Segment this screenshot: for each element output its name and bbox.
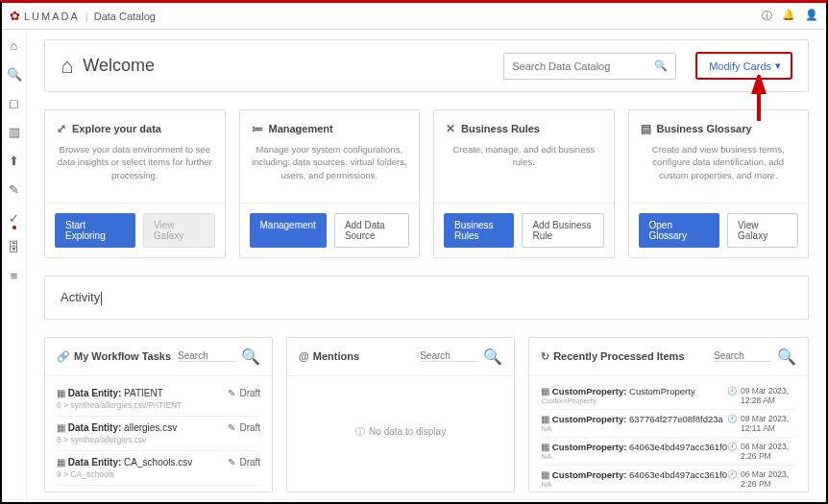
add-data-source-button[interactable]: Add Data Source xyxy=(334,213,409,248)
nav-search-icon[interactable]: 🔍 xyxy=(7,66,22,82)
view-galaxy-button-2[interactable]: View Galaxy xyxy=(727,213,798,248)
card-title: Management xyxy=(269,123,333,134)
card-title: Business Rules xyxy=(461,123,540,134)
modify-cards-button[interactable]: Modify Cards ▾ xyxy=(695,52,792,80)
glossary-icon: ▤ xyxy=(641,122,651,135)
product-name: Data Catalog xyxy=(94,11,156,22)
nav-tasks-icon[interactable]: ✓ xyxy=(7,210,22,226)
nav-bookmark-icon[interactable]: ◻ xyxy=(7,95,22,110)
nav-catalog-icon[interactable]: ▥ xyxy=(7,124,22,139)
start-exploring-button[interactable]: Start Exploring xyxy=(55,213,135,248)
panel-title: Mentions xyxy=(313,350,359,362)
edit-icon[interactable]: ✎ xyxy=(228,457,235,468)
recent-icon: ↻ xyxy=(541,350,549,363)
recent-search-input[interactable] xyxy=(714,350,771,362)
notifications-icon[interactable]: 🔔 xyxy=(782,9,795,23)
panel-mentions: @Mentions 🔍 ⓘNo data to display xyxy=(286,337,515,492)
edit-icon[interactable]: ✎ xyxy=(228,422,235,433)
workflow-row[interactable]: ▦ Term: test_termUnstructured_Regex > te… xyxy=(57,486,260,492)
card-desc: Manage your system configurations, inclu… xyxy=(252,143,408,181)
info-icon: ⓘ xyxy=(355,425,365,439)
activity-label: Activity xyxy=(61,290,100,304)
brand-divider: | xyxy=(85,11,88,22)
recent-row[interactable]: ▦ CustomProperty: 64063e4bd497acc361f0NA… xyxy=(541,466,796,492)
card-title: Explore your data xyxy=(72,123,161,134)
recent-row[interactable]: ▦ CustomProperty: CustomPropertyCustomPr… xyxy=(541,382,796,410)
main-content: ⌂ Welcome 🔍 Modify Cards ▾ ⤢Explore your… xyxy=(27,30,826,502)
card-business-rules: ✕Business Rules Create, manage, and edit… xyxy=(433,109,615,258)
nav-rules-icon[interactable]: ✎ xyxy=(7,181,22,197)
workflow-search-input[interactable] xyxy=(178,350,235,362)
business-rules-button[interactable]: Business Rules xyxy=(444,213,514,248)
brand-name: LUMADA xyxy=(24,11,80,22)
catalog-search[interactable]: 🔍 xyxy=(503,53,676,80)
management-icon: ≔ xyxy=(252,122,263,135)
management-button[interactable]: Management xyxy=(250,213,327,248)
panel-workflow-tasks: 🔗My Workflow Tasks 🔍 ▦ Data Entity: PATI… xyxy=(44,337,273,492)
top-bar: ✿ LUMADA | Data Catalog ⓘ 🔔 👤 xyxy=(2,3,826,30)
panel-title: Recently Processed Items xyxy=(553,350,684,362)
search-icon[interactable]: 🔍 xyxy=(654,60,668,72)
workflow-row[interactable]: ▦ Data Entity: CA_schools.csv9 > CA_scho… xyxy=(57,451,260,486)
search-icon[interactable]: 🔍 xyxy=(777,348,796,366)
card-title: Business Glossary xyxy=(657,123,752,134)
nav-upload-icon[interactable]: ⬆ xyxy=(7,153,22,168)
panel-title: My Workflow Tasks xyxy=(74,350,171,362)
side-nav: ⌂ 🔍 ◻ ▥ ⬆ ✎ ✓ 🗄 ≡ xyxy=(2,30,27,502)
brand-gear-icon: ✿ xyxy=(10,9,20,23)
open-glossary-button[interactable]: Open Glossary xyxy=(639,213,720,248)
card-management: ≔Management Manage your system configura… xyxy=(239,109,421,258)
modify-cards-label: Modify Cards xyxy=(709,60,771,72)
clock-icon: 🕘 xyxy=(727,469,738,489)
clock-icon: 🕘 xyxy=(727,386,738,405)
panel-recent-items: ↻Recently Processed Items 🔍 ▦ CustomProp… xyxy=(528,337,809,492)
card-business-glossary: ▤Business Glossary Create and view busin… xyxy=(628,109,810,258)
nav-manage-icon[interactable]: 🗄 xyxy=(7,239,22,254)
nav-list-icon[interactable]: ≡ xyxy=(7,268,22,283)
user-icon[interactable]: 👤 xyxy=(805,9,818,23)
activity-section: Activity xyxy=(44,276,809,320)
workflow-row[interactable]: ▦ Data Entity: allergies.csv8 > synthea/… xyxy=(57,417,260,451)
home-icon: ⌂ xyxy=(61,54,73,79)
panels-row: 🔗My Workflow Tasks 🔍 ▦ Data Entity: PATI… xyxy=(44,337,809,492)
catalog-search-input[interactable] xyxy=(512,60,654,72)
page-title: Welcome xyxy=(83,56,155,76)
recent-row[interactable]: ▦ CustomProperty: 64063e4bd497acc361f0NA… xyxy=(541,438,796,466)
chevron-down-icon: ▾ xyxy=(775,60,781,72)
clock-icon: 🕘 xyxy=(727,414,738,433)
add-business-rule-button[interactable]: Add Business Rule xyxy=(522,213,603,248)
edit-icon[interactable]: ✎ xyxy=(228,388,235,398)
nav-home-icon[interactable]: ⌂ xyxy=(7,37,22,53)
view-galaxy-button: View Galaxy xyxy=(143,213,214,248)
no-data-label: No data to display xyxy=(369,426,446,437)
card-desc: Browse your data environment to see data… xyxy=(57,143,213,181)
card-desc: Create, manage, and edit business rules. xyxy=(446,143,602,169)
explore-icon: ⤢ xyxy=(57,122,66,135)
cards-row: ⤢Explore your data Browse your data envi… xyxy=(44,109,809,258)
clock-icon: 🕘 xyxy=(727,442,738,461)
mention-icon: @ xyxy=(299,350,309,362)
recent-row[interactable]: ▦ CustomProperty: 637764f277e08f8fd23aNA… xyxy=(541,410,796,438)
mentions-search-input[interactable] xyxy=(420,350,477,362)
search-icon[interactable]: 🔍 xyxy=(483,348,502,366)
rules-icon: ✕ xyxy=(446,122,455,135)
card-explore: ⤢Explore your data Browse your data envi… xyxy=(44,109,226,258)
link-icon: 🔗 xyxy=(57,350,70,363)
workflow-row[interactable]: ▦ Data Entity: PATIENT6 > synthea/allerg… xyxy=(57,382,260,417)
welcome-bar: ⌂ Welcome 🔍 Modify Cards ▾ xyxy=(44,39,809,92)
card-desc: Create and view business terms, configur… xyxy=(641,143,797,181)
search-icon[interactable]: 🔍 xyxy=(241,348,260,366)
help-icon[interactable]: ⓘ xyxy=(762,9,772,23)
